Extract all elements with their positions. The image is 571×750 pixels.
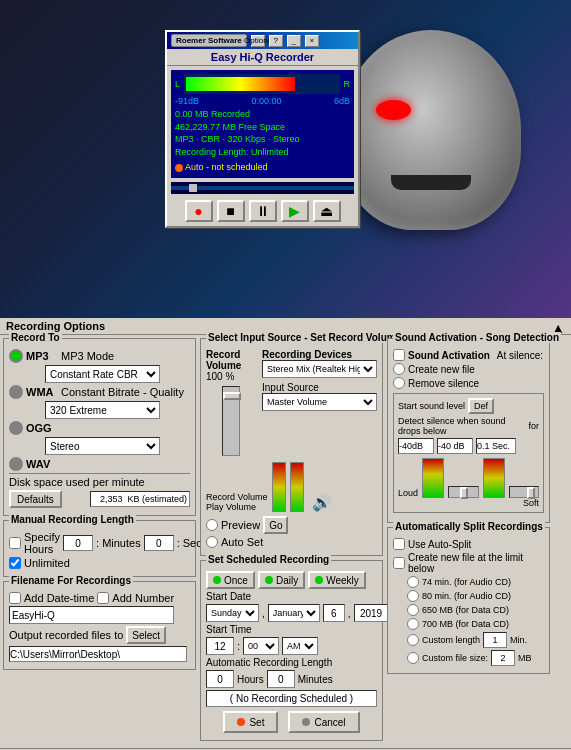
opt-custom-size-row: Custom file size: MB <box>407 650 544 666</box>
opt-80min-row: 80 min. (for Audio CD) <box>407 590 544 602</box>
opt-80min-radio[interactable] <box>407 590 419 602</box>
autoset-row: Auto Set <box>206 536 377 548</box>
detect-silence-row: Detect silence when sound drops below fo… <box>398 416 539 436</box>
path-input[interactable] <box>9 646 187 662</box>
def-button[interactable]: Def <box>468 398 494 414</box>
use-autosplit-checkbox[interactable] <box>393 538 405 550</box>
opt-custom-size-radio[interactable] <box>407 652 419 664</box>
once-label: Once <box>224 575 248 586</box>
vol-slider-area[interactable] <box>206 386 256 456</box>
opt-custom-length-radio[interactable] <box>407 634 419 646</box>
filename-input[interactable] <box>9 606 174 624</box>
year-input[interactable] <box>354 604 389 622</box>
auto-length-row: Automatic Recording Length <box>206 657 377 668</box>
month-select[interactable]: January <box>268 604 320 622</box>
progress-thumb[interactable] <box>189 184 197 192</box>
h-slider-sound[interactable] <box>448 486 478 498</box>
create-new-radio[interactable] <box>393 363 405 375</box>
options-button[interactable]: Options <box>251 35 265 47</box>
soft-label: Soft <box>523 498 539 508</box>
sec-input[interactable] <box>476 438 516 454</box>
auto-min-input[interactable] <box>267 670 295 688</box>
minutes-input[interactable] <box>144 535 174 551</box>
schedule-row: Auto - not scheduled <box>175 161 350 174</box>
cbr-select[interactable]: Constant Rate CBR <box>45 365 160 383</box>
h-slider-thumb[interactable] <box>460 487 468 499</box>
h-slider-sound2[interactable] <box>509 486 539 498</box>
create-new-label: Create new file <box>408 364 475 375</box>
hours-input[interactable] <box>63 535 93 551</box>
opt-74min-radio[interactable] <box>407 576 419 588</box>
opt-650mb-row: 650 MB (for Data CD) <box>407 604 544 616</box>
day-num-input[interactable] <box>323 604 345 622</box>
level-db-input[interactable] <box>398 438 434 454</box>
autoset-radio[interactable] <box>206 536 218 548</box>
unlimited-label: Unlimited <box>24 557 70 569</box>
vol-slider-thumb[interactable] <box>223 392 241 400</box>
auto-split-title: Automatically Split Recordings <box>393 521 545 532</box>
progress-bar-area[interactable] <box>171 182 354 194</box>
unlimited-checkbox[interactable] <box>9 557 21 569</box>
wav-radio[interactable] <box>9 457 23 471</box>
help-button[interactable]: ? <box>269 35 283 47</box>
mp3-radio[interactable] <box>9 349 23 363</box>
go-button[interactable]: Go <box>263 516 288 534</box>
cancel-button[interactable]: Cancel <box>288 711 359 733</box>
drops-db-input[interactable] <box>437 438 473 454</box>
set-button[interactable]: Set <box>223 711 278 733</box>
wav-label: WAV <box>26 458 58 470</box>
stereo-select[interactable]: Stereo <box>45 437 160 455</box>
opt-650mb-radio[interactable] <box>407 604 419 616</box>
weekly-button[interactable]: Weekly <box>308 571 366 589</box>
create-limit-checkbox[interactable] <box>393 557 405 569</box>
schedule-text: Auto - not scheduled <box>185 161 268 174</box>
day-select[interactable]: Sunday <box>206 604 259 622</box>
rec-length: Recording Length: Unlimited <box>175 146 350 159</box>
create-new-row: Create new file <box>393 363 544 375</box>
minute-select[interactable]: 00 <box>243 637 279 655</box>
robot-mouth <box>391 175 471 190</box>
device-select[interactable]: Stereo Mix (Realtek High De... <box>262 360 377 378</box>
minimize-button[interactable]: _ <box>287 35 301 47</box>
opt-700mb-radio[interactable] <box>407 618 419 630</box>
auto-hours-input[interactable] <box>206 670 234 688</box>
select-button[interactable]: Select <box>126 626 166 644</box>
eject-button[interactable]: ⏏ <box>313 200 341 222</box>
custom-length-input[interactable] <box>483 632 507 648</box>
record-button[interactable]: ● <box>185 200 213 222</box>
defaults-button[interactable]: Defaults <box>9 490 62 508</box>
start-time-row: Start Time <box>206 624 377 635</box>
add-number-label: Add Number <box>112 592 174 604</box>
h-slider2-thumb[interactable] <box>527 487 535 499</box>
vol-slider-track[interactable] <box>222 386 240 456</box>
opt-custom-size-label: Custom file size: <box>422 653 488 663</box>
ampm-select[interactable]: AM PM <box>282 637 318 655</box>
custom-size-input[interactable] <box>491 650 515 666</box>
remove-silence-radio[interactable] <box>393 377 405 389</box>
pause-button[interactable]: ⏸ <box>249 200 277 222</box>
daily-button[interactable]: Daily <box>258 571 305 589</box>
quality-select[interactable]: 320 Extreme <box>45 401 160 419</box>
output-row: Output recorded files to Select <box>9 626 190 644</box>
play-button[interactable]: ▶ <box>281 200 309 222</box>
preview-radio[interactable] <box>206 519 218 531</box>
opt-custom-length-row: Custom length Min. <box>407 632 544 648</box>
output-label: Output recorded files to <box>9 629 123 641</box>
vu-meter <box>184 74 339 94</box>
sound-activation-checkbox[interactable] <box>393 349 405 361</box>
progress-track[interactable] <box>171 186 354 190</box>
ogg-radio[interactable] <box>9 421 23 435</box>
stop-button[interactable]: ■ <box>217 200 245 222</box>
add-number-checkbox[interactable] <box>97 592 109 604</box>
add-datetime-checkbox[interactable] <box>9 592 21 604</box>
titlebar: Roemer Software Options ? _ × <box>167 32 358 49</box>
input-select[interactable]: Master Volume <box>262 393 377 411</box>
specify-checkbox[interactable] <box>9 537 21 549</box>
cbr-row: Constant Rate CBR <box>45 365 190 383</box>
wma-radio[interactable] <box>9 385 23 399</box>
hour-input[interactable] <box>206 637 234 655</box>
channel-l: L <box>175 79 180 89</box>
once-button[interactable]: Once <box>206 571 255 589</box>
wma-label: WMA <box>26 386 58 398</box>
close-button[interactable]: × <box>305 35 319 47</box>
